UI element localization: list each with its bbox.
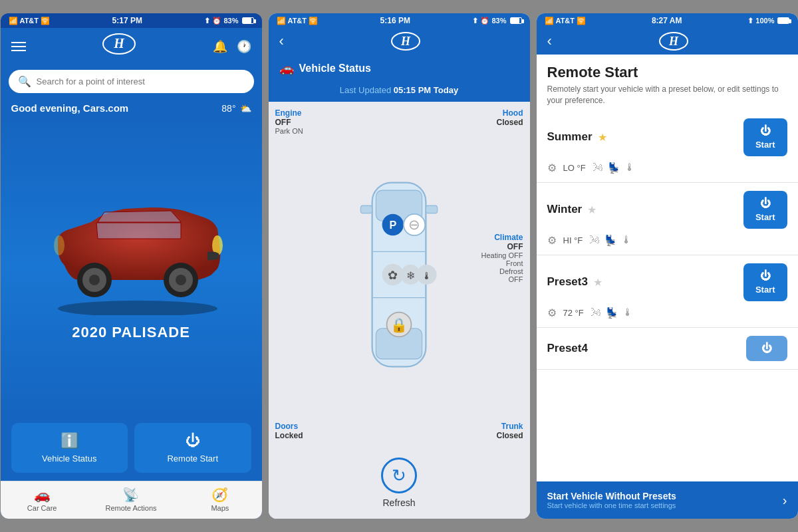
updated-day: Today [434, 85, 458, 95]
preset-summer-star[interactable]: ★ [598, 131, 607, 144]
header-icons: 🔔 🕐 [213, 39, 251, 54]
vehicle-status-section: 🚗 Vehicle Status [269, 55, 530, 82]
remote-start-subtitle: Remotely start your vehicle with a prese… [547, 84, 787, 106]
wifi-icon-3: 🛜 [577, 17, 586, 25]
search-icon: 🔍 [18, 75, 31, 88]
updated-time: 05:15 PM [394, 85, 431, 95]
maps-icon: 🧭 [211, 487, 228, 503]
history-icon[interactable]: 🕐 [237, 39, 251, 54]
status-carrier-1: 📶 AT&T 🛜 [9, 17, 51, 25]
vehicle-status-button[interactable]: ℹ️ Vehicle Status [11, 423, 128, 473]
battery-bar-3 [777, 17, 789, 24]
signal-icon-3: 📶 [545, 17, 554, 25]
preset-3-name: Preset3 [547, 275, 588, 289]
screen2-header: ‹ H [269, 28, 530, 55]
menu-button[interactable] [11, 42, 26, 51]
nav-maps[interactable]: 🧭 Maps [200, 487, 240, 512]
last-updated-bar: Last Updated 05:15 PM Today [269, 82, 530, 102]
preset-summer-header: Summer ★ ⏻ Start [547, 118, 787, 156]
screen-remote-start: 📶 AT&T 🛜 8:27 AM ⬆ 100% ‹ H [537, 13, 798, 519]
preset-4-start[interactable]: ⏻ [746, 336, 787, 361]
preset-3: Preset3 ★ ⏻ Start ⚙ 72 °F 🌬 💺 🌡 [537, 255, 798, 328]
status-time-3: 8:27 AM [652, 16, 682, 25]
remote-actions-icon: 📡 [122, 487, 139, 503]
location-icon-3: ⬆ [747, 17, 753, 25]
preset-winter-star[interactable]: ★ [587, 203, 597, 216]
start-without-presets-title: Start Vehicle Without Presets [547, 491, 676, 501]
back-button-3[interactable]: ‹ [547, 33, 552, 50]
remote-start-title: Remote Start [547, 64, 787, 81]
battery-fill-2 [511, 18, 519, 23]
preset-winter-temp: HI °F [563, 235, 583, 245]
chevron-right-icon: › [783, 493, 787, 508]
battery-fill-1 [243, 18, 251, 23]
preset-3-header: Preset3 ★ ⏻ Start [547, 263, 787, 301]
power-icon-3: ⏻ [760, 270, 771, 282]
preset-summer-start[interactable]: ⏻ Start [743, 118, 787, 156]
preset-summer-details: ⚙ LO °F 🌬 💺 🌡 [547, 162, 787, 174]
nav-remote-actions[interactable]: 📡 Remote Actions [105, 487, 156, 512]
vs-title: Vehicle Status [299, 63, 372, 74]
power-icon-4: ⏻ [761, 342, 772, 354]
preset-winter-name: Winter [547, 203, 583, 216]
preset-winter-icons: 🌬 💺 🌡 [589, 234, 632, 247]
remote-start-icon: ⏻ [186, 432, 200, 450]
preset-3-details: ⚙ 72 °F 🌬 💺 🌡 [547, 307, 787, 319]
preset-winter-header: Winter ★ ⏻ Start [547, 191, 787, 229]
preset-3-temp: 72 °F [563, 308, 584, 318]
svg-text:🌡: 🌡 [422, 269, 432, 281]
location-icon: ⬆ [204, 17, 210, 25]
svg-point-10 [54, 235, 65, 255]
refresh-button[interactable]: ↻ [381, 458, 417, 493]
preset-winter-start[interactable]: ⏻ Start [743, 191, 787, 229]
signal-icon: 📶 [9, 17, 18, 25]
start-without-presets-sub: Start vehicle with one time start settin… [547, 501, 676, 509]
start-without-presets-row[interactable]: Start Vehicle Without Presets Start vehi… [537, 481, 798, 519]
status-carrier-2: 📶 AT&T 🛜 [277, 17, 319, 25]
svg-text:❄: ❄ [406, 269, 415, 281]
seat-icon-s: 💺 [607, 162, 620, 174]
preset-summer-gear[interactable]: ⚙ [547, 162, 557, 174]
alarm-icon-2: ⏰ [480, 17, 489, 25]
nav-car-care[interactable]: 🚗 Car Care [22, 487, 62, 512]
greeting-text: Good evening, Cars.com [11, 102, 129, 114]
remote-start-button[interactable]: ⏻ Remote Start [134, 423, 251, 473]
remote-start-label: Remote Start [167, 454, 218, 464]
temperature: 88° [221, 103, 235, 114]
bell-icon[interactable]: 🔔 [213, 39, 227, 54]
car-svg [38, 192, 237, 315]
search-bar[interactable]: 🔍 [9, 70, 254, 93]
search-input[interactable] [37, 76, 245, 86]
wifi-icon-2: 🛜 [309, 17, 318, 25]
preset-3-star[interactable]: ★ [593, 276, 602, 289]
preset-winter-gear[interactable]: ⚙ [547, 234, 557, 247]
status-right-3: ⬆ 100% [747, 17, 789, 25]
svg-text:H: H [668, 35, 679, 48]
fan-icon-s: 🌬 [593, 162, 603, 174]
preset-summer-name-area: Summer ★ [547, 130, 607, 144]
svg-text:⊖: ⊖ [408, 216, 420, 231]
climate-label: Climate OFF Heating OFF Front Defrost OF… [481, 233, 523, 283]
preset-3-start[interactable]: ⏻ Start [743, 263, 787, 301]
bottom-nav-1: 🚗 Car Care 📡 Remote Actions 🧭 Maps [1, 481, 262, 519]
vehicle-status-icon: ℹ️ [61, 432, 78, 450]
refresh-area: ↻ Refresh [269, 447, 530, 519]
back-button-2[interactable]: ‹ [279, 33, 284, 50]
preset-summer-icons: 🌬 💺 🌡 [593, 162, 635, 174]
maps-label: Maps [211, 504, 229, 512]
status-bar-1: 📶 AT&T 🛜 5:17 PM ⬆ ⏰ 83% [1, 13, 262, 28]
power-icon-winter: ⏻ [760, 198, 771, 209]
location-icon-2: ⬆ [472, 17, 478, 25]
preset-summer-temp: LO °F [563, 163, 586, 173]
status-carrier-3: 📶 AT&T 🛜 [545, 17, 587, 25]
heat-icon-3: 🌡 [622, 307, 633, 319]
hyundai-logo-3: H [659, 32, 688, 51]
status-time-1: 5:17 PM [112, 16, 142, 25]
heat-icon-w: 🌡 [621, 234, 632, 247]
app-header-1: H 🔔 🕐 [1, 28, 262, 65]
action-buttons: ℹ️ Vehicle Status ⏻ Remote Start [1, 415, 262, 481]
hyundai-logo-2: H [391, 32, 420, 51]
signal-icon-2: 📶 [277, 17, 286, 25]
car-care-icon: 🚗 [34, 487, 51, 503]
preset-3-gear[interactable]: ⚙ [547, 307, 557, 319]
